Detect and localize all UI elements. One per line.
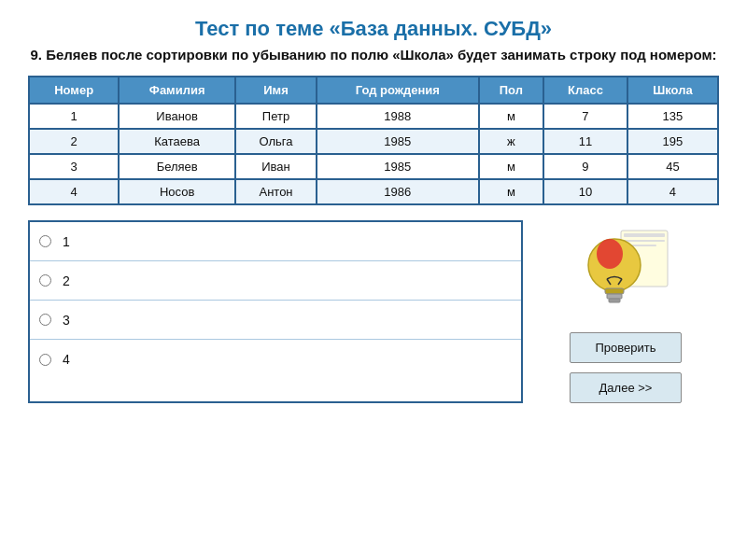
table-cell: 1985 [317, 129, 479, 154]
table-cell: м [479, 104, 543, 129]
table-cell: 1985 [317, 154, 479, 179]
bulb-svg [570, 223, 682, 321]
svg-rect-1 [624, 233, 665, 237]
next-button[interactable]: Далее >> [570, 372, 682, 403]
options-area: 1234 [28, 220, 523, 403]
table-cell: 4 [627, 179, 718, 204]
option-row[interactable]: 2 [30, 261, 521, 301]
table-cell: ж [479, 129, 543, 154]
table-header: Имя [235, 77, 317, 104]
bulb-illustration [565, 220, 686, 323]
table-cell: 195 [627, 129, 718, 154]
option-label: 4 [63, 352, 70, 367]
option-row[interactable]: 4 [30, 340, 521, 379]
table-header: Год рождения [317, 77, 479, 104]
svg-rect-7 [607, 294, 622, 299]
table-cell: 7 [543, 104, 627, 129]
option-radio[interactable] [39, 314, 51, 326]
table-cell: Антон [235, 179, 317, 204]
table-cell: 135 [627, 104, 718, 129]
table-cell: 1988 [317, 104, 479, 129]
table-row: 2КатаеваОльга1985ж11195 [29, 129, 718, 154]
option-label: 1 [63, 234, 70, 249]
table-header: Класс [543, 77, 627, 104]
svg-point-5 [597, 239, 623, 269]
svg-rect-8 [609, 299, 620, 302]
svg-rect-2 [624, 240, 665, 242]
table-cell: Беляев [119, 154, 235, 179]
question-text: 9. Беляев после сортировки по убыванию п… [30, 47, 716, 63]
option-radio[interactable] [39, 274, 51, 287]
table-cell: 9 [543, 154, 627, 179]
table-cell: 11 [543, 129, 627, 154]
check-button[interactable]: Проверить [570, 332, 682, 363]
table-cell: Иванов [119, 104, 235, 129]
table-cell: 4 [29, 179, 119, 204]
table-header: Пол [479, 77, 543, 104]
svg-rect-6 [605, 288, 624, 294]
table-header: Номер [29, 77, 119, 104]
table-cell: Катаева [119, 129, 235, 154]
option-label: 3 [63, 313, 70, 328]
table-cell: м [479, 179, 543, 204]
table-header: Школа [627, 77, 718, 104]
option-radio[interactable] [39, 354, 51, 366]
table-cell: 3 [29, 154, 119, 179]
table-cell: Носов [119, 179, 235, 204]
table-cell: Иван [235, 154, 317, 179]
table-cell: Ольга [235, 129, 317, 154]
table-cell: м [479, 154, 543, 179]
bottom-section: 1234 [28, 220, 719, 403]
table-cell: Петр [235, 104, 317, 129]
option-row[interactable]: 1 [30, 222, 521, 261]
table-cell: 1 [29, 104, 119, 129]
data-table: НомерФамилияИмяГод рожденияПолКлассШкола… [28, 76, 719, 205]
table-cell: 45 [627, 154, 718, 179]
page-title: Тест по теме «База данных. СУБД» [195, 17, 552, 41]
table-row: 1ИвановПетр1988м7135 [29, 104, 718, 129]
table-cell: 2 [29, 129, 119, 154]
table-cell: 10 [543, 179, 627, 204]
option-label: 2 [63, 273, 70, 288]
table-row: 3БеляевИван1985м945 [29, 154, 718, 179]
option-radio[interactable] [39, 235, 51, 247]
table-header: Фамилия [119, 77, 235, 104]
table-row: 4НосовАнтон1986м104 [29, 179, 718, 204]
right-panel: Проверить Далее >> [532, 220, 719, 403]
option-row[interactable]: 3 [30, 301, 521, 340]
table-cell: 1986 [317, 179, 479, 204]
page-container: Тест по теме «База данных. СУБД» 9. Беля… [0, 0, 747, 560]
